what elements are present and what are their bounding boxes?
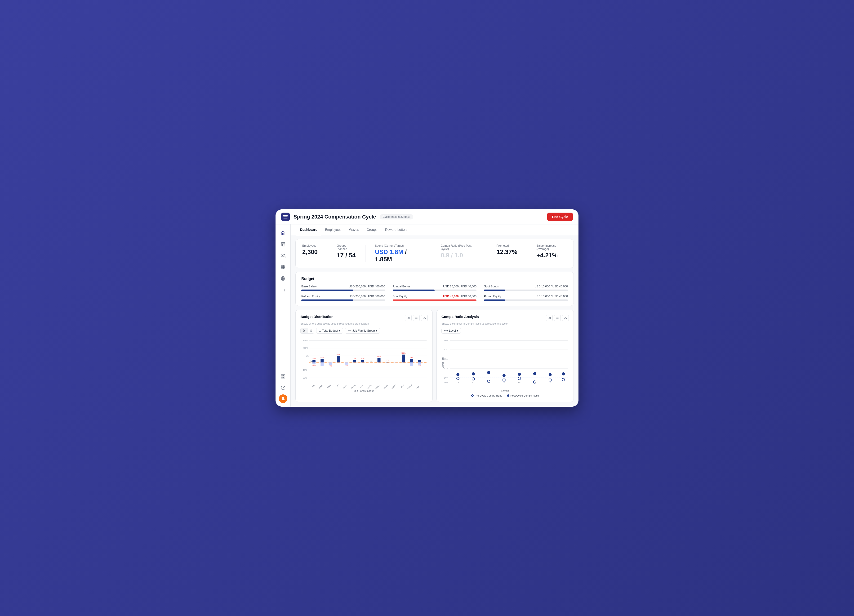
svg-rect-90 (550, 317, 551, 319)
svg-point-23 (282, 397, 284, 399)
svg-text:-4%: -4% (329, 365, 332, 367)
svg-point-120 (549, 379, 552, 381)
sidebar-icon-home[interactable] (278, 228, 288, 238)
svg-text:2.00: 2.00 (444, 339, 448, 342)
compa-bar-icon[interactable] (546, 315, 553, 321)
svg-text:Operations: Operations (340, 384, 348, 389)
svg-point-121 (549, 374, 552, 376)
svg-text:Support: Support (390, 384, 396, 389)
total-budget-dropdown[interactable]: ⊞ Total Budget ▾ (316, 328, 343, 334)
sidebar-icon-activity[interactable] (278, 274, 288, 283)
sidebar-icon-users[interactable] (278, 251, 288, 261)
svg-point-111 (472, 373, 474, 375)
svg-text:+5%: +5% (320, 356, 324, 358)
compa-controls: ⟺ Level ▾ (441, 328, 569, 334)
compa-ratio-chart: 2.00 1.75 1.50 1.25 1.00 0.00 Compa Rati… (441, 336, 569, 389)
tab-groups[interactable]: Groups (363, 224, 381, 235)
svg-rect-2 (283, 218, 288, 218)
svg-text:L1: L1 (457, 381, 459, 384)
svg-rect-0 (283, 215, 288, 216)
chart-controls: % $ ⊞ Total Budget ▾ ⟺ Job Family Group … (300, 328, 428, 334)
compa-list-icon[interactable] (554, 315, 561, 321)
svg-text:D1: D1 (562, 381, 564, 384)
level-dropdown[interactable]: ⟺ Level ▾ (441, 328, 461, 334)
chart-bar-icon[interactable] (405, 315, 412, 321)
sidebar-icon-grid[interactable] (278, 262, 288, 272)
svg-point-109 (457, 374, 459, 376)
promo-equity-label: Promo Equity (484, 295, 501, 298)
stat-salary-value: +4.21% (537, 252, 567, 259)
job-family-group-dropdown[interactable]: ⟺ Job Family Group ▾ (345, 328, 380, 334)
svg-text:Marketing: Marketing (349, 384, 355, 389)
main-layout: Dashboard Employees Waves Groups Reward … (276, 224, 578, 407)
chart-download-icon[interactable] (421, 315, 428, 321)
svg-point-114 (503, 379, 505, 381)
budget-dist-x-label: Job Family Group (300, 389, 428, 392)
svg-point-122 (562, 378, 564, 381)
stat-groups-value: 17 / 54 (337, 252, 356, 259)
stat-employees: Employees 2,300 (302, 244, 318, 263)
end-cycle-button[interactable]: End Cycle (547, 213, 573, 221)
spot-equity-label: Spot Equity (393, 295, 407, 298)
legend-pre: Pre Cycle Compa-Ratio (471, 394, 502, 397)
budget-dist-chart: +20% +10% 0% -10% -20% Target (300, 336, 428, 389)
svg-point-123 (562, 373, 564, 375)
tab-waves[interactable]: Waves (345, 224, 363, 235)
svg-text:L7: L7 (549, 381, 552, 384)
sidebar-icon-chart[interactable] (278, 285, 288, 294)
svg-rect-88 (548, 318, 549, 319)
svg-rect-63 (386, 362, 389, 363)
stat-promoted: Promoted 12.37% (496, 244, 517, 263)
tab-reward-letters[interactable]: Reward Letters (381, 224, 412, 235)
refresh-equity-label: Refresh Equity (301, 295, 320, 298)
spot-equity-values: USD 45,000 / USD 40,000 (443, 295, 476, 298)
svg-text:L6: L6 (534, 381, 536, 384)
nav-tabs: Dashboard Employees Waves Groups Reward … (291, 224, 578, 235)
toggle-dollar[interactable]: $ (308, 328, 314, 333)
menu-button[interactable] (281, 213, 290, 221)
svg-text:Legal: Legal (327, 384, 331, 389)
sidebar-icon-table[interactable] (278, 239, 288, 249)
svg-rect-18 (283, 375, 285, 376)
svg-point-7 (282, 254, 283, 256)
svg-text:R&D: R&D (400, 384, 404, 388)
svg-text:+5%: +5% (410, 356, 413, 358)
budget-dist-subtitle: Shows where budget was used throughout t… (300, 322, 428, 325)
toggle-percent[interactable]: % (300, 328, 308, 333)
svg-text:1.75: 1.75 (444, 349, 448, 351)
sidebar-icon-help[interactable] (278, 383, 288, 392)
svg-text:0%: 0% (369, 360, 372, 362)
svg-rect-11 (281, 267, 283, 269)
chart-list-icon[interactable] (413, 315, 420, 321)
compa-download-icon[interactable] (562, 315, 569, 321)
toggle-group: % $ (300, 328, 314, 334)
budget-item-annual-bonus: Annual Bonus USD 20,000 / USD 40,000 (393, 285, 476, 291)
spot-bonus-label: Spot Bonus (484, 285, 499, 288)
svg-text:L4: L4 (503, 381, 505, 384)
svg-text:+3%: +3% (361, 358, 364, 360)
tab-dashboard[interactable]: Dashboard (296, 224, 321, 235)
svg-text:Security: Security (366, 384, 372, 389)
budget-item-promo-equity: Promo Equity USD 10,000 / USD 40,000 (484, 295, 568, 301)
tab-employees[interactable]: Employees (321, 224, 345, 235)
stat-spend-label: Spend (Current/Target) (375, 244, 422, 247)
budget-item-base-salary: Base Salary USD 250,000 / USD 400,000 (301, 285, 385, 291)
stat-employees-value: 2,300 (302, 249, 318, 256)
svg-text:Eng: Eng (311, 384, 315, 388)
svg-rect-10 (283, 267, 285, 269)
svg-text:-3%: -3% (418, 364, 421, 366)
svg-point-110 (472, 378, 474, 380)
user-avatar[interactable] (279, 394, 287, 403)
spot-bonus-values: USD 10,000 / USD 40,000 (534, 285, 568, 288)
svg-rect-48 (320, 363, 323, 366)
svg-rect-1 (283, 217, 288, 217)
sidebar (276, 224, 291, 407)
budget-distribution-card: Budget Distribution (295, 310, 433, 402)
svg-text:L5: L5 (518, 381, 521, 384)
legend-post: Post Cycle Compa-Ratio (507, 394, 539, 397)
svg-text:Product: Product (317, 384, 323, 389)
svg-text:Sales: Sales (359, 384, 364, 389)
sidebar-icon-apps[interactable] (278, 372, 288, 381)
svg-text:+1%: +1% (385, 359, 389, 361)
more-options-button[interactable]: ⋯ (535, 213, 543, 221)
